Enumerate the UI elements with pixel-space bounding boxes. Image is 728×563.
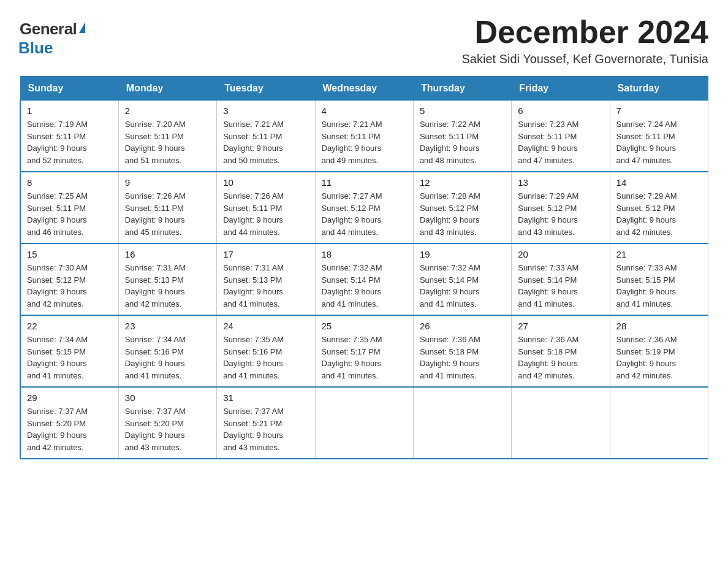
col-header-wednesday: Wednesday bbox=[315, 77, 413, 101]
day-number: 17 bbox=[223, 249, 308, 259]
logo-triangle-icon bbox=[79, 22, 85, 33]
day-info: Sunrise: 7:32 AM Sunset: 5:14 PM Dayligh… bbox=[322, 262, 407, 310]
day-info: Sunrise: 7:35 AM Sunset: 5:17 PM Dayligh… bbox=[322, 334, 407, 381]
day-number: 27 bbox=[518, 321, 603, 331]
day-number: 15 bbox=[27, 249, 112, 259]
day-info: Sunrise: 7:29 AM Sunset: 5:12 PM Dayligh… bbox=[616, 190, 702, 238]
day-number: 1 bbox=[27, 105, 112, 116]
calendar-cell: 7 Sunrise: 7:24 AM Sunset: 5:11 PM Dayli… bbox=[610, 101, 708, 172]
calendar-table: SundayMondayTuesdayWednesdayThursdayFrid… bbox=[20, 76, 708, 459]
calendar-cell: 8 Sunrise: 7:25 AM Sunset: 5:11 PM Dayli… bbox=[20, 172, 118, 243]
day-info: Sunrise: 7:26 AM Sunset: 5:11 PM Dayligh… bbox=[223, 190, 308, 238]
day-info: Sunrise: 7:37 AM Sunset: 5:20 PM Dayligh… bbox=[27, 405, 112, 453]
calendar-cell: 14 Sunrise: 7:29 AM Sunset: 5:12 PM Dayl… bbox=[610, 172, 708, 243]
day-info: Sunrise: 7:22 AM Sunset: 5:11 PM Dayligh… bbox=[420, 118, 505, 166]
day-number: 10 bbox=[223, 177, 308, 188]
calendar-week-row: 8 Sunrise: 7:25 AM Sunset: 5:11 PM Dayli… bbox=[20, 172, 708, 243]
day-number: 20 bbox=[518, 249, 603, 259]
calendar-cell: 28 Sunrise: 7:36 AM Sunset: 5:19 PM Dayl… bbox=[610, 315, 708, 387]
day-info: Sunrise: 7:36 AM Sunset: 5:18 PM Dayligh… bbox=[518, 334, 603, 381]
day-number: 28 bbox=[616, 321, 702, 331]
day-info: Sunrise: 7:33 AM Sunset: 5:14 PM Dayligh… bbox=[518, 262, 603, 310]
col-header-thursday: Thursday bbox=[413, 77, 511, 101]
calendar-cell: 20 Sunrise: 7:33 AM Sunset: 5:14 PM Dayl… bbox=[512, 243, 610, 315]
calendar-cell: 3 Sunrise: 7:21 AM Sunset: 5:11 PM Dayli… bbox=[217, 101, 315, 172]
day-info: Sunrise: 7:34 AM Sunset: 5:15 PM Dayligh… bbox=[27, 334, 112, 381]
day-info: Sunrise: 7:27 AM Sunset: 5:12 PM Dayligh… bbox=[322, 190, 407, 238]
calendar-cell: 13 Sunrise: 7:29 AM Sunset: 5:12 PM Dayl… bbox=[512, 172, 610, 243]
day-info: Sunrise: 7:36 AM Sunset: 5:18 PM Dayligh… bbox=[420, 334, 505, 381]
calendar-cell: 22 Sunrise: 7:34 AM Sunset: 5:15 PM Dayl… bbox=[20, 315, 118, 387]
day-number: 29 bbox=[27, 393, 112, 403]
header: General Blue December 2024 Sakiet Sidi Y… bbox=[20, 15, 708, 66]
day-number: 9 bbox=[125, 177, 210, 188]
calendar-cell: 18 Sunrise: 7:32 AM Sunset: 5:14 PM Dayl… bbox=[315, 243, 413, 315]
calendar-cell bbox=[512, 387, 610, 459]
day-info: Sunrise: 7:37 AM Sunset: 5:20 PM Dayligh… bbox=[125, 405, 210, 453]
day-number: 18 bbox=[322, 249, 407, 259]
day-info: Sunrise: 7:31 AM Sunset: 5:13 PM Dayligh… bbox=[125, 262, 210, 310]
calendar-cell: 21 Sunrise: 7:33 AM Sunset: 5:15 PM Dayl… bbox=[610, 243, 708, 315]
calendar-cell: 27 Sunrise: 7:36 AM Sunset: 5:18 PM Dayl… bbox=[512, 315, 610, 387]
day-number: 6 bbox=[518, 105, 603, 116]
calendar-header-row: SundayMondayTuesdayWednesdayThursdayFrid… bbox=[20, 77, 708, 101]
calendar-cell: 5 Sunrise: 7:22 AM Sunset: 5:11 PM Dayli… bbox=[413, 101, 511, 172]
day-number: 4 bbox=[322, 105, 407, 116]
calendar-cell: 17 Sunrise: 7:31 AM Sunset: 5:13 PM Dayl… bbox=[217, 243, 315, 315]
day-info: Sunrise: 7:29 AM Sunset: 5:12 PM Dayligh… bbox=[518, 190, 603, 238]
calendar-week-row: 1 Sunrise: 7:19 AM Sunset: 5:11 PM Dayli… bbox=[20, 101, 708, 172]
col-header-sunday: Sunday bbox=[20, 77, 118, 101]
day-number: 25 bbox=[322, 321, 407, 331]
calendar-week-row: 15 Sunrise: 7:30 AM Sunset: 5:12 PM Dayl… bbox=[20, 243, 708, 315]
day-info: Sunrise: 7:33 AM Sunset: 5:15 PM Dayligh… bbox=[616, 262, 702, 310]
calendar-cell: 25 Sunrise: 7:35 AM Sunset: 5:17 PM Dayl… bbox=[315, 315, 413, 387]
calendar-cell bbox=[315, 387, 413, 459]
calendar-cell: 19 Sunrise: 7:32 AM Sunset: 5:14 PM Dayl… bbox=[413, 243, 511, 315]
logo-general-text: General bbox=[20, 20, 77, 39]
day-number: 5 bbox=[420, 105, 505, 116]
day-number: 12 bbox=[420, 177, 505, 188]
title-block: December 2024 Sakiet Sidi Youssef, Kef G… bbox=[462, 15, 708, 66]
calendar-cell: 16 Sunrise: 7:31 AM Sunset: 5:13 PM Dayl… bbox=[118, 243, 216, 315]
day-info: Sunrise: 7:20 AM Sunset: 5:11 PM Dayligh… bbox=[125, 118, 210, 166]
day-info: Sunrise: 7:31 AM Sunset: 5:13 PM Dayligh… bbox=[223, 262, 308, 310]
day-number: 30 bbox=[125, 393, 210, 403]
calendar-cell: 24 Sunrise: 7:35 AM Sunset: 5:16 PM Dayl… bbox=[217, 315, 315, 387]
calendar-cell: 4 Sunrise: 7:21 AM Sunset: 5:11 PM Dayli… bbox=[315, 101, 413, 172]
calendar-cell: 26 Sunrise: 7:36 AM Sunset: 5:18 PM Dayl… bbox=[413, 315, 511, 387]
col-header-tuesday: Tuesday bbox=[217, 77, 315, 101]
calendar-week-row: 29 Sunrise: 7:37 AM Sunset: 5:20 PM Dayl… bbox=[20, 387, 708, 459]
calendar-week-row: 22 Sunrise: 7:34 AM Sunset: 5:15 PM Dayl… bbox=[20, 315, 708, 387]
calendar-cell: 30 Sunrise: 7:37 AM Sunset: 5:20 PM Dayl… bbox=[118, 387, 216, 459]
calendar-cell: 9 Sunrise: 7:26 AM Sunset: 5:11 PM Dayli… bbox=[118, 172, 216, 243]
day-number: 24 bbox=[223, 321, 308, 331]
day-number: 2 bbox=[125, 105, 210, 116]
day-number: 31 bbox=[223, 393, 308, 403]
day-info: Sunrise: 7:28 AM Sunset: 5:12 PM Dayligh… bbox=[420, 190, 505, 238]
calendar-cell: 31 Sunrise: 7:37 AM Sunset: 5:21 PM Dayl… bbox=[217, 387, 315, 459]
calendar-cell: 1 Sunrise: 7:19 AM Sunset: 5:11 PM Dayli… bbox=[20, 101, 118, 172]
day-number: 14 bbox=[616, 177, 702, 188]
day-number: 19 bbox=[420, 249, 505, 259]
day-info: Sunrise: 7:30 AM Sunset: 5:12 PM Dayligh… bbox=[27, 262, 112, 310]
logo: General Blue bbox=[20, 20, 85, 58]
calendar-cell: 12 Sunrise: 7:28 AM Sunset: 5:12 PM Dayl… bbox=[413, 172, 511, 243]
col-header-monday: Monday bbox=[118, 77, 216, 101]
calendar-cell bbox=[413, 387, 511, 459]
day-number: 11 bbox=[322, 177, 407, 188]
logo-blue-text: Blue bbox=[18, 39, 53, 58]
day-number: 21 bbox=[616, 249, 702, 259]
month-title: December 2024 bbox=[462, 15, 708, 50]
day-number: 26 bbox=[420, 321, 505, 331]
calendar-cell bbox=[610, 387, 708, 459]
day-info: Sunrise: 7:34 AM Sunset: 5:16 PM Dayligh… bbox=[125, 334, 210, 381]
day-info: Sunrise: 7:21 AM Sunset: 5:11 PM Dayligh… bbox=[223, 118, 308, 166]
col-header-saturday: Saturday bbox=[610, 77, 708, 101]
location-subtitle: Sakiet Sidi Youssef, Kef Governorate, Tu… bbox=[462, 52, 708, 66]
calendar-cell: 2 Sunrise: 7:20 AM Sunset: 5:11 PM Dayli… bbox=[118, 101, 216, 172]
calendar-cell: 10 Sunrise: 7:26 AM Sunset: 5:11 PM Dayl… bbox=[217, 172, 315, 243]
day-number: 13 bbox=[518, 177, 603, 188]
col-header-friday: Friday bbox=[512, 77, 610, 101]
day-number: 7 bbox=[616, 105, 702, 116]
day-info: Sunrise: 7:24 AM Sunset: 5:11 PM Dayligh… bbox=[616, 118, 702, 166]
